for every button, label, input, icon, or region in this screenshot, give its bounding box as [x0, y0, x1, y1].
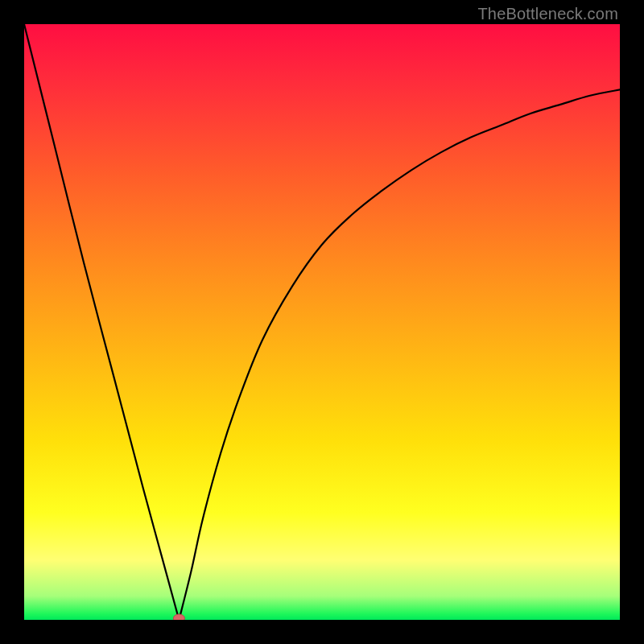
- watermark-text: TheBottleneck.com: [477, 5, 618, 23]
- curve-right-branch: [179, 89, 620, 620]
- curve-svg: [24, 24, 620, 620]
- curve-group: [24, 24, 620, 620]
- vertex-marker: [173, 614, 184, 620]
- curve-left-branch: [24, 24, 179, 620]
- chart-container: TheBottleneck.com: [0, 0, 644, 644]
- plot-area: [24, 24, 620, 620]
